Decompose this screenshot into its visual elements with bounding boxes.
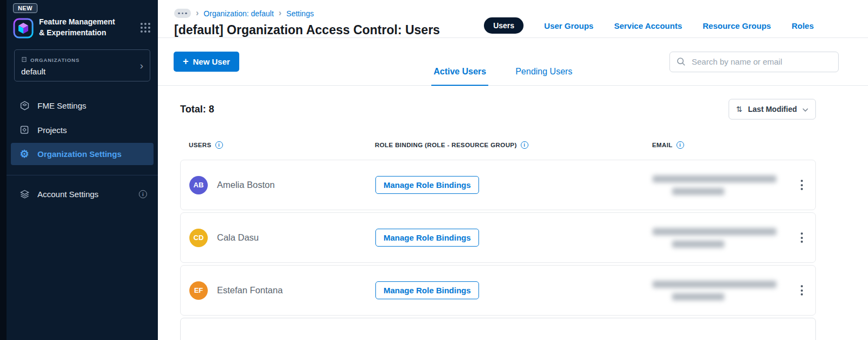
sidebar-item-projects[interactable]: Projects (11, 119, 154, 141)
row-menu-button[interactable] (797, 176, 807, 194)
tab-pending-users[interactable]: Pending Users (513, 67, 575, 85)
sidebar-item-label: FME Settings (37, 101, 86, 110)
chevron-right-icon: › (196, 9, 199, 17)
info-icon[interactable]: i (521, 141, 528, 149)
page-title: [default] Organization Access Control: U… (174, 23, 440, 37)
email-redacted (653, 281, 785, 300)
plus-icon: + (183, 57, 189, 66)
user-state-tabs: Active Users Pending Users (431, 67, 575, 85)
column-header-label: USERS (189, 142, 212, 148)
redacted-email-line (653, 175, 776, 182)
access-control-tabs: Users User Groups Service Accounts Resou… (484, 17, 814, 34)
redacted-email-line (672, 188, 724, 195)
fme-logo-icon (13, 18, 34, 39)
sidebar-item-fme-settings[interactable]: FME Settings (11, 95, 154, 117)
sort-dropdown[interactable]: ⇅ Last Modified (729, 99, 816, 119)
sidebar-divider (7, 175, 158, 175)
redacted-email-line (653, 281, 776, 288)
sidebar-nav: FME Settings Projects ⚙ Organization Set… (7, 93, 158, 166)
user-cell: CD Cala Dasu (189, 229, 375, 247)
layers-icon (18, 189, 30, 199)
search-input[interactable] (669, 52, 839, 72)
redacted-email-line (672, 241, 724, 248)
user-name: Amelia Boston (217, 180, 275, 190)
fme-settings-icon (18, 100, 30, 111)
page-header: › Organization: default › Settings [defa… (158, 0, 868, 38)
breadcrumb-org-link[interactable]: Organization: default (203, 9, 273, 18)
header-left: › Organization: default › Settings [defa… (174, 9, 440, 37)
content-top: Total: 8 ⇅ Last Modified (180, 99, 816, 119)
projects-icon (18, 125, 30, 135)
avatar: CD (189, 229, 208, 247)
row-menu-button[interactable] (797, 229, 807, 247)
org-selector-label: ORGANIZATIONS (30, 57, 80, 63)
sort-arrows-icon: ⇅ (736, 105, 743, 114)
new-user-button-label: New User (193, 57, 230, 66)
column-header-users: USERS i (189, 141, 375, 149)
sort-dropdown-value: Last Modified (748, 105, 797, 114)
manage-role-bindings-button[interactable]: Manage Role Bindings (375, 176, 479, 194)
tab-active-users[interactable]: Active Users (431, 67, 488, 86)
user-cell: EF Estefan Fontana (189, 281, 375, 300)
tab-roles[interactable]: Roles (792, 21, 814, 30)
apps-grid-icon[interactable] (139, 22, 151, 34)
info-icon[interactable]: i (676, 141, 684, 149)
toolbar: + New User Active Users Pending Users (158, 38, 868, 86)
sidebar: NEW Feature Management & Experimentation (7, 0, 158, 340)
column-header-label: EMAIL (652, 142, 673, 148)
sidebar-item-organization-settings[interactable]: ⚙ Organization Settings (11, 143, 154, 165)
org-selector[interactable]: ORGANIZATIONS default › (14, 49, 150, 81)
chevron-right-icon: › (279, 9, 282, 17)
table-row: CD Cala Dasu Manage Role Bindings (180, 212, 816, 263)
column-header-label: ROLE BINDING (ROLE - RESOURCE GROUP) (375, 142, 517, 148)
new-user-button[interactable]: + New User (174, 52, 239, 72)
sidebar-item-label: Projects (37, 125, 67, 135)
user-cell: AB Amelia Boston (189, 176, 375, 194)
sidebar-item-label: Organization Settings (37, 149, 122, 159)
organization-icon (21, 55, 27, 65)
total-count: Total: 8 (180, 104, 214, 115)
chevron-right-icon: › (140, 60, 143, 71)
new-badge: NEW (13, 3, 37, 13)
gear-icon: ⚙ (18, 149, 30, 159)
chevron-down-icon (802, 104, 808, 114)
module-nav-strip (0, 0, 7, 340)
column-header-email: EMAIL i (652, 141, 786, 149)
org-selector-value: default (21, 67, 80, 76)
avatar: EF (189, 281, 208, 300)
redacted-email-line (653, 228, 776, 235)
sidebar-item-account-settings[interactable]: Account Settings i (11, 183, 154, 205)
email-redacted (653, 175, 785, 195)
user-name: Cala Dasu (217, 232, 259, 243)
manage-role-bindings-button[interactable]: Manage Role Bindings (375, 281, 479, 299)
breadcrumb: › Organization: default › Settings (174, 9, 440, 18)
table-row-partial (180, 318, 816, 340)
table-header: USERS i ROLE BINDING (ROLE - RESOURCE GR… (180, 141, 816, 149)
info-icon[interactable]: i (215, 141, 223, 149)
breadcrumb-settings-link[interactable]: Settings (286, 9, 314, 18)
avatar: AB (189, 176, 208, 194)
tab-resource-groups[interactable]: Resource Groups (703, 21, 771, 30)
row-menu-button[interactable] (797, 281, 807, 299)
user-list: AB Amelia Boston Manage Role Bindings CD… (180, 160, 816, 340)
table-row: AB Amelia Boston Manage Role Bindings (180, 160, 816, 210)
manage-role-bindings-button[interactable]: Manage Role Bindings (375, 229, 479, 247)
search-icon (676, 57, 686, 68)
tab-service-accounts[interactable]: Service Accounts (614, 21, 682, 30)
org-selector-text: ORGANIZATIONS default (21, 55, 80, 76)
tab-users[interactable]: Users (484, 17, 524, 34)
page: NEW Feature Management & Experimentation (0, 0, 868, 340)
table-row: EF Estefan Fontana Manage Role Bindings (180, 265, 816, 316)
app-title: Feature Management & Experimentation (39, 16, 122, 39)
user-name: Estefan Fontana (217, 285, 283, 295)
breadcrumb-ellipsis-button[interactable] (174, 9, 191, 18)
main: › Organization: default › Settings [defa… (158, 0, 868, 340)
info-icon[interactable]: i (139, 190, 147, 198)
email-redacted (653, 228, 785, 248)
content: Total: 8 ⇅ Last Modified USERS i (158, 86, 868, 340)
column-header-role-binding: ROLE BINDING (ROLE - RESOURCE GROUP) i (375, 141, 652, 149)
redacted-email-line (672, 293, 724, 300)
tab-user-groups[interactable]: User Groups (544, 21, 593, 30)
sidebar-item-label: Account Settings (37, 190, 99, 199)
search (669, 52, 839, 72)
